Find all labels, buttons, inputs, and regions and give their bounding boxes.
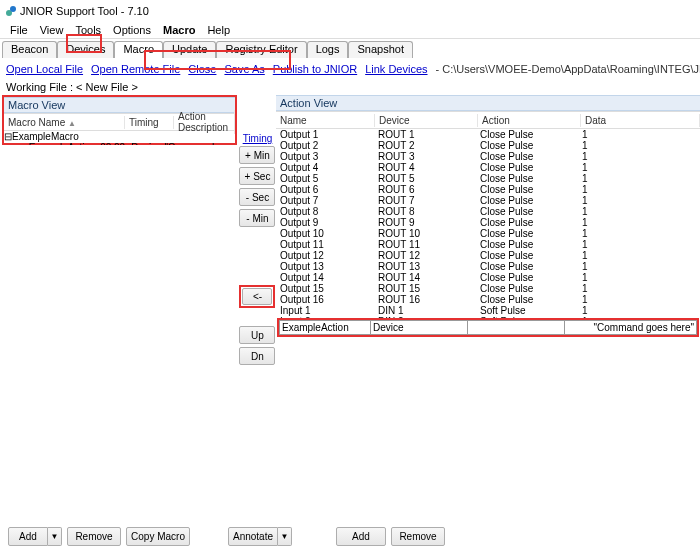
cell-name: Output 3 xyxy=(276,151,374,162)
add-macro-dropdown-icon[interactable]: ▼ xyxy=(48,527,62,546)
cell-action: Close Pulse xyxy=(476,151,578,162)
cell-data: 1 xyxy=(578,228,592,239)
cell-name: Output 14 xyxy=(276,272,374,283)
cell-data: 1 xyxy=(578,217,592,228)
action-row[interactable]: Output 4ROUT 4Close Pulse1 xyxy=(276,162,700,173)
minus-min-button[interactable]: - Min xyxy=(239,209,275,227)
action-row[interactable]: Output 3ROUT 3Close Pulse1 xyxy=(276,151,700,162)
cell-name: Output 8 xyxy=(276,206,374,217)
timing-label[interactable]: Timing xyxy=(243,133,273,144)
cell-device: ROUT 6 xyxy=(374,184,476,195)
edit-name-input[interactable] xyxy=(280,321,371,334)
link-close[interactable]: Close xyxy=(188,63,216,75)
menu-options[interactable]: Options xyxy=(107,23,157,37)
link-open-remote[interactable]: Open Remote File xyxy=(91,63,180,75)
assign-left-button[interactable]: <- xyxy=(242,288,272,305)
cell-action: Close Pulse xyxy=(476,162,578,173)
action-row[interactable]: Output 10ROUT 10Close Pulse1 xyxy=(276,228,700,239)
action-buttons: Add Remove xyxy=(336,527,445,546)
action-row[interactable]: Output 15ROUT 15Close Pulse1 xyxy=(276,283,700,294)
plus-sec-button[interactable]: + Sec xyxy=(239,167,275,185)
col-action-data[interactable]: Data xyxy=(581,114,700,127)
menu-macro[interactable]: Macro xyxy=(157,23,201,37)
col-macro-name[interactable]: Macro Name ▲ xyxy=(4,116,125,129)
menu-help[interactable]: Help xyxy=(201,23,236,37)
cell-action: Close Pulse xyxy=(476,261,578,272)
action-row[interactable]: Output 1ROUT 1Close Pulse1 xyxy=(276,129,700,140)
link-save-as[interactable]: Save As xyxy=(224,63,264,75)
cell-data: 1 xyxy=(578,129,592,140)
cell-action: Close Pulse xyxy=(476,140,578,151)
action-row[interactable]: Output 6ROUT 6Close Pulse1 xyxy=(276,184,700,195)
link-link-devices[interactable]: Link Devices xyxy=(365,63,427,75)
cell-name: Output 16 xyxy=(276,294,374,305)
edit-data-input[interactable] xyxy=(565,321,696,334)
cell-data: 1 xyxy=(578,206,592,217)
cell-device: ROUT 13 xyxy=(374,261,476,272)
action-row[interactable]: Output 7ROUT 7Close Pulse1 xyxy=(276,195,700,206)
dn-button[interactable]: Dn xyxy=(239,347,275,365)
action-row[interactable]: Output 5ROUT 5Close Pulse1 xyxy=(276,173,700,184)
cell-device: ROUT 8 xyxy=(374,206,476,217)
cell-device: ROUT 16 xyxy=(374,294,476,305)
tab-macro[interactable]: Macro xyxy=(114,41,163,58)
tab-registry[interactable]: Registry Editor xyxy=(216,41,306,58)
edit-device-input[interactable] xyxy=(371,321,468,334)
collapse-icon[interactable]: ⊟ xyxy=(4,131,12,142)
add-action-button[interactable]: Add xyxy=(336,527,386,546)
col-timing[interactable]: Timing xyxy=(125,116,174,129)
cell-name: Output 10 xyxy=(276,228,374,239)
action-row[interactable]: Input 1DIN 1Soft Pulse1 xyxy=(276,305,700,316)
cell-action: Close Pulse xyxy=(476,250,578,261)
link-open-local[interactable]: Open Local File xyxy=(6,63,83,75)
plus-min-button[interactable]: + Min xyxy=(239,146,275,164)
action-row[interactable]: Output 2ROUT 2Close Pulse1 xyxy=(276,140,700,151)
cell-name: Output 6 xyxy=(276,184,374,195)
add-macro-button[interactable]: Add ▼ xyxy=(8,527,62,546)
tab-snapshot[interactable]: Snapshot xyxy=(348,41,412,58)
cell-device: ROUT 4 xyxy=(374,162,476,173)
menu-file[interactable]: File xyxy=(4,23,34,37)
menu-tools[interactable]: Tools xyxy=(69,23,107,37)
titlebar: JNIOR Support Tool - 7.10 xyxy=(0,0,700,21)
tab-update[interactable]: Update xyxy=(163,41,216,58)
macro-list[interactable] xyxy=(0,145,239,525)
cell-action: Close Pulse xyxy=(476,195,578,206)
action-row[interactable]: Output 12ROUT 12Close Pulse1 xyxy=(276,250,700,261)
cell-device: ROUT 3 xyxy=(374,151,476,162)
col-action-desc[interactable]: Action Description xyxy=(174,110,235,134)
action-row[interactable]: Output 9ROUT 9Close Pulse1 xyxy=(276,217,700,228)
menu-view[interactable]: View xyxy=(34,23,70,37)
cell-action: Close Pulse xyxy=(476,272,578,283)
cell-data: 1 xyxy=(578,272,592,283)
col-action-device[interactable]: Device xyxy=(375,114,478,127)
tab-logs[interactable]: Logs xyxy=(307,41,349,58)
annotate-dropdown-icon[interactable]: ▼ xyxy=(278,527,292,546)
tab-devices[interactable]: Devices xyxy=(57,41,114,58)
action-row[interactable]: Output 13ROUT 13Close Pulse1 xyxy=(276,261,700,272)
cell-device: ROUT 15 xyxy=(374,283,476,294)
action-row[interactable]: Output 16ROUT 16Close Pulse1 xyxy=(276,294,700,305)
col-action-action[interactable]: Action xyxy=(478,114,581,127)
remove-action-button[interactable]: Remove xyxy=(391,527,445,546)
cell-action: Soft Pulse xyxy=(476,305,578,316)
cell-action: Close Pulse xyxy=(476,206,578,217)
copy-macro-button[interactable]: Copy Macro xyxy=(126,527,190,546)
tab-beacon[interactable]: Beacon xyxy=(2,41,57,58)
col-action-name[interactable]: Name xyxy=(276,114,375,127)
action-row[interactable]: Output 14ROUT 14Close Pulse1 xyxy=(276,272,700,283)
action-list[interactable]: Output 1ROUT 1Close Pulse1Output 2ROUT 2… xyxy=(276,129,700,318)
action-row[interactable]: Output 8ROUT 8Close Pulse1 xyxy=(276,206,700,217)
cell-device: ROUT 10 xyxy=(374,228,476,239)
edit-action-input[interactable] xyxy=(468,321,565,334)
up-button[interactable]: Up xyxy=(239,326,275,344)
menubar: File View Tools Options Macro Help xyxy=(0,21,700,39)
cell-name: Output 9 xyxy=(276,217,374,228)
remove-macro-button[interactable]: Remove xyxy=(67,527,121,546)
annotate-button[interactable]: Annotate ▼ xyxy=(228,527,292,546)
link-publish[interactable]: Publish to JNIOR xyxy=(273,63,357,75)
cell-name: Output 15 xyxy=(276,283,374,294)
minus-sec-button[interactable]: - Sec xyxy=(239,188,275,206)
action-row[interactable]: Output 11ROUT 11Close Pulse1 xyxy=(276,239,700,250)
cell-device: ROUT 1 xyxy=(374,129,476,140)
